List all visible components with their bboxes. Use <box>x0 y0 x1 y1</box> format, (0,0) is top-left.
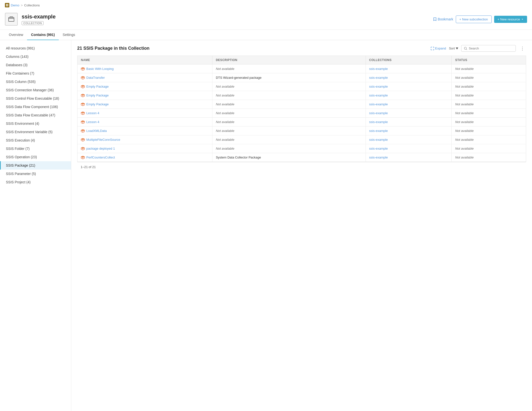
tab-settings[interactable]: Settings <box>59 30 79 40</box>
description-text: Not available <box>216 138 234 142</box>
sidebar-item-ssis-data-flow-component[interactable]: SSIS Data Flow Component (106) <box>0 103 71 111</box>
resource-name: MultipleFileConnSource <box>86 138 120 142</box>
breadcrumb-home[interactable]: Demo <box>11 3 19 7</box>
collection-link[interactable]: ssis-example <box>369 129 388 133</box>
cell-collections: ssis-example <box>366 82 452 91</box>
sidebar-item-all[interactable]: All resources (991) <box>0 44 71 52</box>
resource-link[interactable]: Empty Package <box>81 94 209 97</box>
cell-status: Not available <box>452 118 526 126</box>
page-header: ssis-example COLLECTION Bookmark + New s… <box>0 10 532 30</box>
cell-collections: ssis-example <box>366 91 452 100</box>
tab-bar: Overview Contains (991) Settings <box>0 30 532 40</box>
ssis-package-icon <box>81 103 85 106</box>
cell-description: Not available <box>212 64 366 73</box>
cell-name: Empty Package <box>77 82 212 91</box>
resource-name: Empty Package <box>86 94 109 97</box>
cell-name: PerfCountersCollect <box>77 153 212 162</box>
new-resource-button[interactable]: + New resource <box>494 16 527 23</box>
sidebar-item-ssis-connection-manager[interactable]: SSIS Connection Manager (36) <box>0 86 71 94</box>
resource-link[interactable]: MultipleFileConnSource <box>81 138 209 142</box>
sidebar-item-ssis-folder[interactable]: SSIS Folder (7) <box>0 144 71 153</box>
cell-status: Not available <box>452 109 526 118</box>
new-subcollection-button[interactable]: + New subcollection <box>456 16 492 23</box>
collection-link[interactable]: ssis-example <box>369 102 388 106</box>
collection-link[interactable]: ssis-example <box>369 67 388 71</box>
ssis-package-icon <box>81 76 85 79</box>
bookmark-button[interactable]: Bookmark <box>433 17 453 21</box>
cell-status: Not available <box>452 126 526 135</box>
sidebar-item-ssis-data-flow-executable[interactable]: SSIS Data Flow Executable (47) <box>0 111 71 119</box>
resource-link[interactable]: Empty Package <box>81 85 209 88</box>
resource-name: LoadXMLData <box>86 129 107 133</box>
cell-status: Not available <box>452 64 526 73</box>
header-actions: Bookmark + New subcollection + New resou… <box>433 16 527 23</box>
sidebar-item-ssis-column[interactable]: SSIS Column (535) <box>0 78 71 86</box>
expand-button[interactable]: Expand <box>431 47 446 50</box>
content-area: All resources (991) Columns (143) Databa… <box>0 40 532 411</box>
cell-name: Empty Package <box>77 100 212 109</box>
cell-collections: ssis-example <box>366 144 452 153</box>
status-text: Not available <box>455 147 473 150</box>
table-row: Empty Package Not availablessis-exampleN… <box>77 100 526 109</box>
sidebar-item-ssis-environment[interactable]: SSIS Environment (4) <box>0 119 71 128</box>
cell-collections: ssis-example <box>366 73 452 82</box>
collection-link[interactable]: ssis-example <box>369 156 388 159</box>
collection-link[interactable]: ssis-example <box>369 94 388 97</box>
resource-link[interactable]: Basic With Looping <box>81 67 209 71</box>
table-row: PerfCountersCollect System Data Collecto… <box>77 153 526 162</box>
cell-collections: ssis-example <box>366 64 452 73</box>
more-options-button[interactable]: ⋮ <box>519 45 526 52</box>
col-name: NAME <box>77 56 212 64</box>
svg-point-5 <box>464 47 467 49</box>
table-row: Lesson 4 Not availablessis-exampleNot av… <box>77 109 526 118</box>
sidebar-item-ssis-execution[interactable]: SSIS Execution (4) <box>0 136 71 144</box>
status-text: Not available <box>455 85 473 88</box>
table-row: Basic With Looping Not availablessis-exa… <box>77 64 526 73</box>
sort-button[interactable]: Sort <box>449 47 458 50</box>
svg-marker-22 <box>81 138 85 140</box>
sidebar-item-columns[interactable]: Columns (143) <box>0 52 71 61</box>
resource-link[interactable]: package deployed 1 <box>81 147 209 150</box>
sidebar-item-databases[interactable]: Databases (3) <box>0 61 71 69</box>
svg-marker-24 <box>81 147 85 149</box>
cell-description: Not available <box>212 126 366 135</box>
collection-link[interactable]: ssis-example <box>369 138 388 142</box>
section-actions: Expand Sort ⋮ <box>431 45 526 52</box>
search-input[interactable] <box>469 47 513 50</box>
sidebar-item-ssis-parameter[interactable]: SSIS Parameter (5) <box>0 170 71 178</box>
resource-link[interactable]: DataTransfer <box>81 76 209 79</box>
collection-badge: COLLECTION <box>22 21 44 25</box>
sidebar-item-ssis-project[interactable]: SSIS Project (4) <box>0 178 71 186</box>
cell-status: Not available <box>452 144 526 153</box>
svg-marker-12 <box>81 94 85 95</box>
collection-link[interactable]: ssis-example <box>369 76 388 79</box>
tab-contains[interactable]: Contains (991) <box>27 30 59 40</box>
sidebar-item-ssis-control-flow[interactable]: SSIS Control Flow Executable (18) <box>0 94 71 103</box>
svg-marker-26 <box>81 156 85 158</box>
search-box[interactable] <box>461 45 516 52</box>
collection-link[interactable]: ssis-example <box>369 120 388 124</box>
collection-link[interactable]: ssis-example <box>369 111 388 115</box>
col-collections: COLLECTIONS <box>366 56 452 64</box>
sidebar-item-file-containers[interactable]: File Containers (7) <box>0 69 71 78</box>
tab-overview[interactable]: Overview <box>5 30 27 40</box>
sidebar: All resources (991) Columns (143) Databa… <box>0 40 71 411</box>
description-text: Not available <box>216 85 234 88</box>
svg-marker-20 <box>81 129 85 131</box>
table-row: Empty Package Not availablessis-exampleN… <box>77 91 526 100</box>
resource-link[interactable]: Lesson 4 <box>81 120 209 124</box>
resource-name: Empty Package <box>86 85 109 88</box>
app-icon <box>5 3 9 7</box>
resource-link[interactable]: LoadXMLData <box>81 129 209 133</box>
collection-link[interactable]: ssis-example <box>369 85 388 88</box>
resource-link[interactable]: Lesson 4 <box>81 111 209 115</box>
sidebar-item-ssis-environment-variable[interactable]: SSIS Environment Variable (5) <box>0 128 71 136</box>
cell-name: package deployed 1 <box>77 144 212 153</box>
collection-link[interactable]: ssis-example <box>369 147 388 150</box>
pagination: 1–21 of 21 <box>77 162 526 172</box>
cell-description: Not available <box>212 100 366 109</box>
sidebar-item-ssis-package[interactable]: SSIS Package (21) <box>0 161 71 170</box>
sidebar-item-ssis-operation[interactable]: SSIS Operation (23) <box>0 153 71 161</box>
resource-link[interactable]: Empty Package <box>81 102 209 106</box>
resource-link[interactable]: PerfCountersCollect <box>81 156 209 159</box>
